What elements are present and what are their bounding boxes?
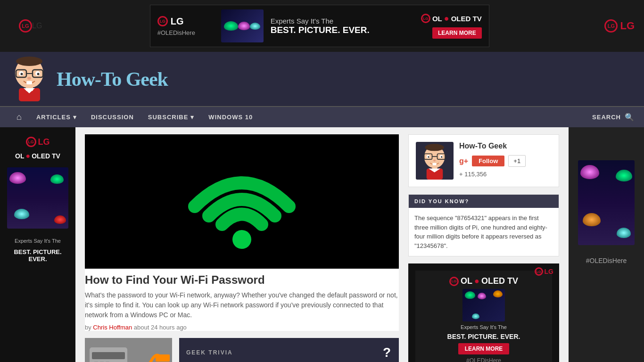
sidebar-ad-jellyfish <box>462 289 505 321</box>
svg-point-24 <box>425 144 444 151</box>
nav-search[interactable]: Search 🔍 <box>592 113 635 122</box>
svg-point-32 <box>433 159 436 161</box>
sidebar-ad-learn-more-button[interactable]: LEARN MORE <box>458 343 510 354</box>
svg-point-31 <box>441 156 442 157</box>
lg-circle-right: LG <box>604 19 618 33</box>
svg-point-7 <box>21 73 23 75</box>
htg-profile-name: How-To Geek <box>459 142 552 150</box>
lg-circle-icon: LG <box>19 19 32 33</box>
network-thumb-svg <box>85 338 172 362</box>
left-sidebar-ad: LG LG OL●OLED TV Experts Say It's The BE… <box>0 127 75 362</box>
nav-discussion[interactable]: Discussion <box>84 107 141 128</box>
featured-article-title[interactable]: How to Find Your Wi-Fi Password <box>85 273 399 287</box>
followers-count: + 115,356 <box>459 171 552 178</box>
geek-trivia-box[interactable]: Geek Trivia ? The Only Warm Blooded Fish… <box>179 338 399 362</box>
ad-lg-brand: LG LG #OLEDisHere <box>157 16 214 36</box>
svg-rect-33 <box>432 163 436 165</box>
ad-right-logo-section: LG OL●OLED TV LEARN MORE <box>421 14 482 39</box>
left-ad-best: BEST. PICTURE. EVER. <box>5 248 71 263</box>
left-ad-lg-logo: LG LG <box>26 137 50 147</box>
featured-article-excerpt: What's the password to your Wi-Fi networ… <box>85 290 399 320</box>
sidebar-ad-lg-name: LG OL●OLED TV <box>449 276 518 286</box>
htg-avatar <box>416 142 454 180</box>
nav-items-list: ⌂ Articles ▾ Discussion Subscribe ▾ Wind… <box>9 107 592 128</box>
htg-profile-info: How-To Geek g+ Follow +1 + 115,356 <box>459 142 552 178</box>
ad-lg-circle: LG <box>157 16 168 26</box>
nav-windows10[interactable]: Windows 10 <box>201 107 260 128</box>
featured-article-image[interactable] <box>85 134 399 269</box>
left-ad-jellyfish-image <box>7 167 68 229</box>
right-sidebar-ad: #OLEDisHere <box>569 127 644 362</box>
search-icon: 🔍 <box>625 113 635 122</box>
ad-jellyfish-image <box>221 9 264 42</box>
sidebar-ad-hashtag: #OLEDisHere <box>466 357 501 362</box>
bottom-articles-section: When a SC Shows on the... Geek Trivia ? … <box>85 338 399 362</box>
ad-tagline-best: BEST. PICTURE. EVER. <box>271 25 414 35</box>
home-icon: ⌂ <box>17 107 22 128</box>
follow-row: g+ Follow +1 <box>459 155 552 167</box>
top-ad-center-content[interactable]: LG LG #OLEDisHere Experts Say It's The B… <box>150 5 489 47</box>
plus-one-button[interactable]: +1 <box>508 155 526 167</box>
did-you-know-widget: Did You Know? The sequence "87654321" ap… <box>408 194 559 256</box>
main-content: How to Find Your Wi-Fi Password What's t… <box>75 127 569 362</box>
svg-rect-10 <box>26 81 32 84</box>
sidebar-lg-circle: LG <box>535 267 543 276</box>
ad-oled-lg-circle: LG <box>421 14 430 23</box>
svg-rect-21 <box>156 354 170 362</box>
articles-dropdown-icon: ▾ <box>73 107 77 128</box>
top-ad-learn-more-button[interactable]: LEARN MORE <box>432 27 482 39</box>
page-wrapper: LG LG OL●OLED TV Experts Say It's The BE… <box>0 127 644 362</box>
sidebar-ad-lg-circle: LG <box>449 277 459 286</box>
site-logo-link[interactable]: How-To Geek <box>9 57 168 101</box>
ad-oled-logo: LG OL●OLED TV <box>421 14 482 24</box>
follow-button[interactable]: Follow <box>472 156 504 166</box>
articles-column: How to Find Your Wi-Fi Password What's t… <box>85 134 399 362</box>
subscribe-dropdown-icon: ▾ <box>190 107 194 128</box>
bottom-article-thumb[interactable]: When a SC Shows on the... <box>85 338 172 362</box>
svg-point-8 <box>37 73 40 75</box>
nav-home-link[interactable]: ⌂ <box>9 107 29 128</box>
right-sidebar-jellyfish: #OLEDisHere <box>578 160 635 264</box>
nav-articles[interactable]: Articles ▾ <box>29 107 84 128</box>
svg-point-9 <box>27 77 31 80</box>
featured-article: How to Find Your Wi-Fi Password What's t… <box>85 134 399 331</box>
main-nav: ⌂ Articles ▾ Discussion Subscribe ▾ Wind… <box>0 106 644 127</box>
mascot-icon <box>9 57 50 101</box>
top-ad-lg-logo-left: LG LG <box>9 0 51 52</box>
sidebar-lg-logo: LG LG <box>535 267 553 276</box>
svg-rect-17 <box>92 352 125 359</box>
left-ad-experts: Experts Say It's The <box>15 238 61 244</box>
ad-hashtag: #OLEDisHere <box>157 29 214 36</box>
left-ad-lg-circle: LG <box>26 137 36 147</box>
nav-subscribe-link[interactable]: Subscribe ▾ <box>141 107 202 128</box>
nav-home[interactable]: ⌂ <box>9 107 29 128</box>
svg-point-14 <box>232 230 251 249</box>
featured-article-meta: by Chris Hoffman about 24 hours ago <box>85 324 399 331</box>
left-ad-oled: OL●OLED TV <box>15 152 60 160</box>
geek-trivia-header: Geek Trivia ? <box>186 345 392 360</box>
top-ad-banner: LG LG LG LG #OLEDisHere Experts Say It's… <box>0 0 644 52</box>
wifi-icon-svg <box>166 145 317 258</box>
nav-windows10-link[interactable]: Windows 10 <box>201 107 260 128</box>
right-sidebar-hashtag: #OLEDisHere <box>586 257 627 264</box>
htg-profile-widget: How-To Geek g+ Follow +1 + 115,356 <box>408 134 559 187</box>
featured-article-author-link[interactable]: Chris Hoffman <box>93 324 132 331</box>
nav-discussion-link[interactable]: Discussion <box>84 107 141 128</box>
sidebar-mascot-icon <box>416 142 454 180</box>
nav-articles-link[interactable]: Articles ▾ <box>29 107 84 128</box>
top-ad-lg-text-left: LG <box>32 22 42 30</box>
google-plus-icon: g+ <box>459 157 468 165</box>
sidebar-lg-ad[interactable]: LG LG LG OL●OLED TV Experts Say It's The <box>408 263 559 362</box>
site-title: How-To Geek <box>57 68 168 90</box>
did-you-know-content: The sequence "87654321" appears in the f… <box>409 208 559 256</box>
ad-tagline: Experts Say It's The BEST. PICTURE. EVER… <box>271 17 414 35</box>
sidebar-lg-ad-inner: LG OL●OLED TV Experts Say It's The BEST.… <box>415 271 552 362</box>
featured-article-timestamp: about 24 hours ago <box>134 324 187 331</box>
ad-lg-name: LG LG <box>157 16 214 27</box>
sidebar-ad-experts: Experts Say It's The <box>461 324 507 330</box>
ad-tagline-experts: Experts Say It's The <box>271 17 414 25</box>
site-header: How-To Geek <box>0 52 644 106</box>
top-ad-lg-logo-right: LG LG <box>587 19 635 33</box>
nav-subscribe[interactable]: Subscribe ▾ <box>141 107 202 128</box>
svg-point-30 <box>428 156 429 157</box>
